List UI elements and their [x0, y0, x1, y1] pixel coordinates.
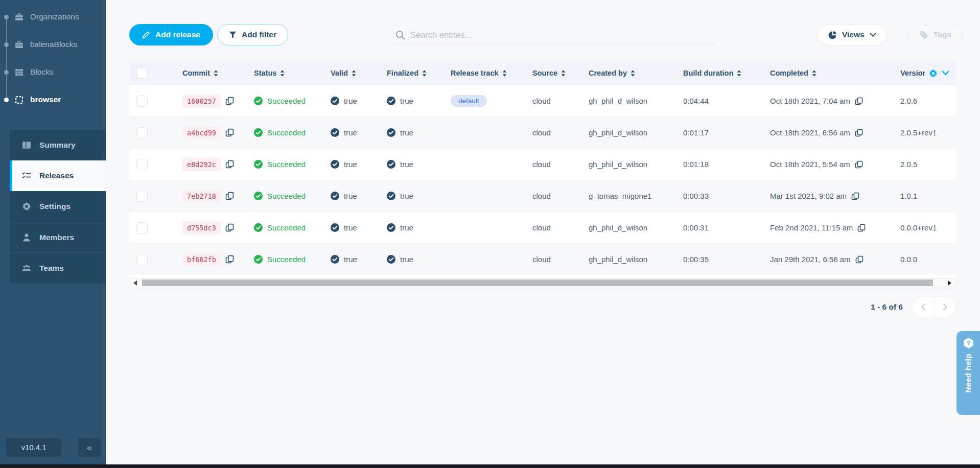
- pie-chart-icon: [828, 31, 837, 39]
- copy-icon[interactable]: [855, 129, 863, 137]
- previous-page-button[interactable]: [913, 297, 934, 317]
- tags-icon: [920, 31, 928, 39]
- sidebar-collapse-button[interactable]: «: [78, 438, 101, 457]
- tags-label: Tags: [934, 30, 951, 39]
- copy-icon[interactable]: [851, 192, 859, 200]
- table-row[interactable]: a4bcd99 Succeeded true t: [129, 116, 956, 148]
- version-cell: 2.0.5: [892, 160, 956, 169]
- sidebar-item-balenablocks[interactable]: balenaBlocks: [0, 31, 106, 58]
- finalized-cell: true: [379, 192, 442, 200]
- column-header-created-by[interactable]: Created by: [580, 69, 675, 77]
- table-settings-gear-icon[interactable]: [929, 69, 938, 78]
- row-checkbox[interactable]: [136, 191, 148, 202]
- table-row[interactable]: e8d292c Succeeded true t: [129, 148, 956, 180]
- column-header-completed[interactable]: Completed: [762, 69, 892, 77]
- dashboard-version-button[interactable]: v10.4.1: [6, 438, 61, 457]
- version-label: 0.0.0+rev1: [900, 223, 937, 232]
- search-input[interactable]: [410, 30, 715, 40]
- column-header-commit[interactable]: Commit: [174, 69, 246, 77]
- sidebar-item-label: Releases: [39, 171, 74, 180]
- check-circle-icon: [387, 160, 395, 169]
- finalized-cell: true: [379, 128, 442, 137]
- copy-icon[interactable]: [225, 223, 234, 232]
- table-row[interactable]: bf662fb Succeeded true t: [129, 243, 956, 275]
- copy-icon[interactable]: [225, 160, 234, 169]
- copy-icon[interactable]: [855, 160, 863, 169]
- status-cell: Succeeded: [246, 160, 322, 169]
- table-row[interactable]: d755dc3 Succeeded true t: [129, 212, 956, 243]
- app-submenu: Summary Releases Settings: [0, 130, 106, 283]
- sidebar-item-blocks[interactable]: Blocks: [0, 58, 106, 86]
- column-header-build-duration[interactable]: Build duration: [675, 69, 762, 77]
- copy-icon[interactable]: [855, 97, 863, 105]
- sidebar-item-releases[interactable]: Releases: [10, 160, 106, 191]
- build-duration-cell: 0:00:35: [675, 255, 762, 264]
- valid-cell: true: [322, 128, 379, 137]
- app-root: Organizations balenaBlocks Blocks: [0, 0, 980, 468]
- column-header-valid[interactable]: Valid: [322, 69, 379, 77]
- status-cell: Succeeded: [246, 255, 322, 264]
- person-icon: [22, 233, 31, 242]
- copy-icon[interactable]: [225, 192, 234, 200]
- row-checkbox[interactable]: [136, 222, 148, 233]
- status-cell: Succeeded: [246, 223, 322, 232]
- source-label: cloud: [532, 192, 551, 200]
- need-help-tab[interactable]: ? Need help: [956, 331, 980, 415]
- add-release-button[interactable]: Add release: [129, 24, 213, 45]
- column-header-source[interactable]: Source: [524, 69, 580, 77]
- check-circle-icon: [331, 223, 339, 232]
- created-by-label: g_tomas_migone1: [589, 192, 651, 200]
- build-duration-cell: 0:00:31: [675, 223, 762, 232]
- column-label: Created by: [589, 69, 627, 77]
- sidebar-item-teams[interactable]: Teams: [10, 252, 106, 283]
- column-header-status[interactable]: Status: [246, 69, 322, 77]
- sidebar-item-members[interactable]: Members: [10, 222, 106, 252]
- horizontal-scrollbar[interactable]: [129, 278, 956, 287]
- row-select-cell: [129, 96, 174, 107]
- scroll-left-arrow-icon[interactable]: [133, 280, 137, 286]
- finalized-cell: true: [379, 97, 442, 105]
- row-checkbox[interactable]: [136, 96, 148, 107]
- row-checkbox[interactable]: [136, 127, 148, 138]
- scroll-right-arrow-icon[interactable]: [948, 280, 951, 286]
- scrollbar-thumb[interactable]: [142, 279, 933, 286]
- copy-icon[interactable]: [225, 255, 234, 264]
- sidebar-item-label: Summary: [39, 141, 76, 150]
- success-check-icon: [254, 192, 263, 200]
- views-button[interactable]: Views: [818, 24, 887, 45]
- sidebar-item-summary[interactable]: Summary: [10, 130, 106, 160]
- valid-cell: true: [322, 255, 379, 264]
- sidebar-item-browser[interactable]: browser: [0, 86, 106, 113]
- row-checkbox[interactable]: [136, 159, 148, 170]
- version-label: 2.0.5+rev1: [900, 128, 937, 137]
- valid-cell: true: [322, 97, 379, 105]
- sidebar-item-organizations[interactable]: Organizations: [0, 3, 106, 31]
- pencil-icon: [142, 31, 150, 39]
- copy-icon[interactable]: [225, 128, 234, 137]
- app-window-icon: [15, 96, 24, 104]
- select-all-checkbox[interactable]: [136, 67, 148, 79]
- version-cell: 0.0.0: [892, 255, 956, 264]
- created-by-cell: gh_phil_d_wilson: [580, 160, 675, 169]
- copy-icon[interactable]: [855, 255, 864, 264]
- table-row[interactable]: 7eb2718 Succeeded true t: [129, 180, 956, 212]
- bottom-edge-bar: [0, 464, 980, 468]
- commit-hash: bf662fb: [182, 253, 221, 266]
- row-select-cell: [129, 222, 174, 233]
- copy-icon[interactable]: [225, 97, 234, 105]
- column-header-release-track[interactable]: Release track: [442, 69, 524, 77]
- row-checkbox[interactable]: [136, 254, 148, 265]
- tree-dot: [4, 15, 9, 19]
- table-row[interactable]: 1600257 Succeeded true t: [129, 85, 956, 116]
- sidebar-item-settings[interactable]: Settings: [10, 191, 106, 222]
- copy-icon[interactable]: [857, 224, 866, 232]
- completed-label: Oct 18th 2021, 5:54 am: [770, 160, 850, 169]
- table-collapse-chevron-icon[interactable]: [942, 71, 949, 76]
- check-circle-icon: [331, 128, 339, 137]
- column-header-finalized[interactable]: Finalized: [379, 69, 442, 77]
- add-filter-button[interactable]: Add filter: [217, 24, 288, 45]
- column-header-version[interactable]: Version: [892, 69, 956, 78]
- next-page-button[interactable]: [934, 297, 955, 317]
- source-label: cloud: [532, 160, 551, 169]
- tags-button[interactable]: Tags: [908, 24, 963, 45]
